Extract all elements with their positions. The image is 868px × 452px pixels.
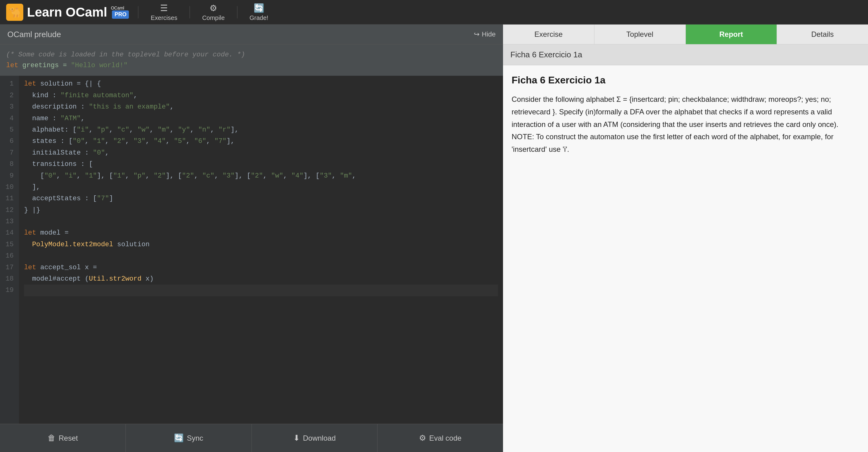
- line-numbers: 12345 678910 1112131415 16171819: [0, 76, 19, 424]
- prelude-bar: OCaml prelude ↪ Hide: [0, 25, 503, 44]
- right-tabs: Exercise Toplevel Report Details: [503, 25, 868, 44]
- code-line-2: kind : "finite automaton",: [24, 90, 498, 101]
- code-line-7: initialState : "0",: [24, 147, 498, 159]
- code-line-15: PolyModel.text2model solution: [24, 239, 498, 250]
- code-line-4: name : "ATM",: [24, 113, 498, 124]
- code-line-1: let solution = {| {: [24, 78, 498, 90]
- eval-label: Eval code: [429, 434, 461, 443]
- reset-label: Reset: [59, 434, 78, 443]
- exercise-content: Ficha 6 Exercicio 1a Consider the follow…: [503, 65, 868, 452]
- grade-button[interactable]: 🔄 Grade!: [241, 0, 278, 25]
- tab-report-label: Report: [719, 30, 743, 39]
- tab-exercise-label: Exercise: [534, 30, 562, 39]
- exercises-button[interactable]: ☰ Exercises: [142, 0, 186, 25]
- download-icon: ⬇: [293, 433, 300, 443]
- code-line-16: [24, 250, 498, 262]
- eval-icon: ⚙: [419, 433, 426, 443]
- code-line-9: ["0", "i", "1"], ["1", "p", "2"], ["2", …: [24, 170, 498, 182]
- sync-label: Sync: [187, 434, 203, 443]
- grade-icon: 🔄: [254, 3, 265, 13]
- exercise-header: Ficha 6 Exercicio 1a: [503, 44, 868, 65]
- pro-badge: PRO: [112, 10, 129, 19]
- main-area: OCaml prelude ↪ Hide (* Some code is loa…: [0, 25, 868, 452]
- prelude-code: (* Some code is loaded in the toplevel b…: [0, 44, 503, 76]
- tab-details-label: Details: [811, 30, 834, 39]
- hide-button[interactable]: ↪ Hide: [474, 30, 496, 38]
- code-line-6: states : ["0", "1", "2", "3", "4", "5", …: [24, 135, 498, 147]
- exercise-title: Ficha 6 Exercicio 1a: [512, 74, 860, 86]
- reset-icon: 🗑: [48, 433, 56, 443]
- camel-icon: 🐪: [8, 6, 21, 18]
- tab-toplevel-label: Toplevel: [626, 30, 653, 39]
- hide-label: Hide: [482, 30, 496, 38]
- top-nav: 🐪 Learn OCaml OCaml PRO ☰ Exercises ⚙ Co…: [0, 0, 868, 25]
- hide-arrow-icon: ↪: [474, 30, 479, 38]
- pro-badge-wrap: OCaml PRO: [111, 5, 129, 19]
- camel-logo: 🐪: [6, 4, 23, 21]
- download-label: Download: [303, 434, 336, 443]
- code-line-18: model#accept (Util.str2word x): [24, 273, 498, 285]
- bottom-toolbar: 🗑 Reset 🔄 Sync ⬇ Download ⚙ Eval code: [0, 424, 503, 452]
- exercises-label: Exercises: [151, 14, 177, 22]
- left-panel: OCaml prelude ↪ Hide (* Some code is loa…: [0, 25, 503, 452]
- code-line-19: [24, 285, 498, 296]
- code-line-12: } |}: [24, 204, 498, 216]
- reset-button[interactable]: 🗑 Reset: [0, 424, 126, 452]
- exercises-icon: ☰: [160, 3, 168, 13]
- compile-button[interactable]: ⚙ Compile: [193, 0, 234, 25]
- exercise-header-text: Ficha 6 Exercicio 1a: [510, 50, 582, 59]
- tab-exercise[interactable]: Exercise: [503, 25, 594, 44]
- right-panel: Exercise Toplevel Report Details Ficha 6…: [503, 25, 868, 452]
- prelude-title: OCaml prelude: [7, 30, 61, 39]
- grade-label: Grade!: [250, 14, 268, 22]
- code-content[interactable]: let solution = {| { kind : "finite autom…: [19, 76, 503, 424]
- code-editor[interactable]: 12345 678910 1112131415 16171819 let sol…: [0, 76, 503, 424]
- app-title: Learn OCaml: [27, 5, 107, 20]
- sync-icon: 🔄: [174, 433, 184, 443]
- eval-code-button[interactable]: ⚙ Eval code: [378, 424, 503, 452]
- tab-details[interactable]: Details: [777, 25, 868, 44]
- download-button[interactable]: ⬇ Download: [252, 424, 378, 452]
- code-line-3: description : "this is an example",: [24, 101, 498, 112]
- code-line-17: let accept_sol x =: [24, 262, 498, 273]
- tab-report[interactable]: Report: [686, 25, 777, 44]
- prelude-comment: (* Some code is loaded in the toplevel b…: [6, 50, 497, 60]
- logo-area: 🐪 Learn OCaml OCaml PRO: [0, 4, 135, 21]
- code-line-11: acceptStates : ["7"]: [24, 193, 498, 204]
- code-line-13: [24, 216, 498, 227]
- code-line-10: ],: [24, 182, 498, 193]
- nav-separator: [138, 6, 138, 19]
- ocaml-label: OCaml: [111, 5, 124, 10]
- sync-button[interactable]: 🔄 Sync: [126, 424, 251, 452]
- code-line-8: transitions : [: [24, 159, 498, 170]
- code-line-14: let model =: [24, 227, 498, 238]
- code-lines: 12345 678910 1112131415 16171819 let sol…: [0, 76, 503, 424]
- prelude-code-line: let greetings = "Hello world!": [6, 60, 497, 71]
- prelude-comment-text: (* Some code is loaded in the toplevel b…: [6, 51, 245, 59]
- tab-toplevel[interactable]: Toplevel: [594, 25, 686, 44]
- nav-separator-3: [237, 6, 238, 19]
- exercise-body: Consider the following alphabet Σ = {ins…: [512, 93, 860, 156]
- compile-icon: ⚙: [210, 3, 217, 13]
- code-line-5: alphabet: ["i", "p", "c", "w", "m", "y",…: [24, 124, 498, 135]
- compile-label: Compile: [202, 14, 224, 22]
